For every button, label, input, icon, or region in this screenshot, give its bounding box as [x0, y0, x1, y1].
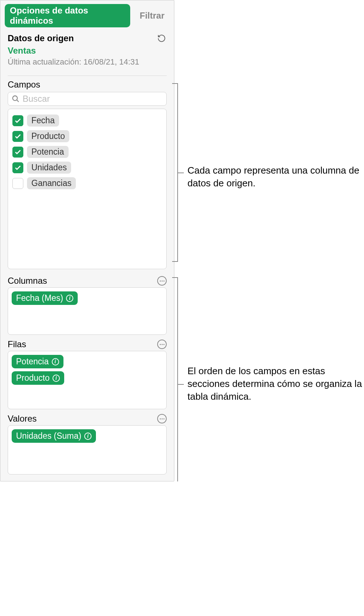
pill-unidades-suma[interactable]: Unidades (Suma) i	[12, 429, 96, 443]
field-checkbox[interactable]	[12, 115, 23, 126]
more-icon[interactable]	[157, 340, 167, 349]
field-chip[interactable]: Ganancias	[27, 177, 76, 189]
fields-label: Campos	[8, 80, 167, 90]
field-item[interactable]: Unidades	[12, 160, 163, 175]
info-icon[interactable]: i	[84, 433, 92, 440]
field-chip[interactable]: Fecha	[27, 115, 59, 127]
values-zone: Valores Unidades (Suma) i	[0, 411, 174, 481]
pivot-options-panel: Opciones de datos dinámicos Filtrar Dato…	[0, 0, 174, 481]
pill-label: Unidades (Suma)	[16, 431, 81, 441]
source-data-name[interactable]: Ventas	[8, 46, 167, 56]
pill-label: Producto	[16, 373, 50, 383]
bracket-icon	[177, 277, 178, 481]
rows-zone: Filas Potencia i Producto i	[0, 336, 174, 411]
field-checkbox[interactable]	[12, 178, 23, 189]
bracket-icon	[177, 83, 178, 262]
field-item[interactable]: Producto	[12, 128, 163, 144]
columns-zone: Columnas Fecha (Mes) i	[0, 273, 174, 336]
field-checkbox[interactable]	[12, 162, 23, 173]
info-icon[interactable]: i	[53, 375, 60, 382]
search-input[interactable]	[23, 94, 163, 104]
rows-dropzone[interactable]: Potencia i Producto i	[8, 351, 167, 409]
field-item[interactable]: Potencia	[12, 144, 163, 160]
field-checkbox[interactable]	[12, 131, 23, 142]
fields-section: Campos Fecha	[0, 76, 174, 273]
callout-zones: El orden de los campos en estas seccione…	[187, 365, 363, 403]
tab-pivot-options[interactable]: Opciones de datos dinámicos	[5, 4, 130, 27]
svg-line-1	[17, 100, 19, 102]
values-dropzone[interactable]: Unidades (Suma) i	[8, 425, 167, 474]
search-icon	[12, 95, 20, 103]
tab-filter[interactable]: Filtrar	[135, 9, 170, 22]
pill-fecha-mes[interactable]: Fecha (Mes) i	[12, 291, 78, 305]
pill-label: Potencia	[16, 357, 49, 367]
more-icon[interactable]	[157, 414, 167, 423]
field-chip[interactable]: Unidades	[27, 162, 71, 174]
info-icon[interactable]: i	[52, 358, 59, 365]
source-data-section: Datos de origen Ventas Última actualizac…	[0, 30, 174, 70]
field-list: Fecha Producto Potencia	[8, 109, 167, 269]
field-item[interactable]: Fecha	[12, 113, 163, 128]
pill-potencia[interactable]: Potencia i	[12, 355, 63, 368]
refresh-icon[interactable]	[156, 33, 167, 43]
source-data-title: Datos de origen	[8, 33, 74, 43]
field-checkbox[interactable]	[12, 147, 23, 158]
search-box[interactable]	[8, 92, 167, 106]
field-item[interactable]: Ganancias	[12, 175, 163, 191]
rows-label: Filas	[8, 339, 26, 349]
tab-bar: Opciones de datos dinámicos Filtrar	[0, 0, 174, 30]
values-label: Valores	[8, 414, 37, 424]
callout-fields: Cada campo representa una columna de dat…	[187, 164, 363, 190]
columns-dropzone[interactable]: Fecha (Mes) i	[8, 287, 167, 335]
info-icon[interactable]: i	[66, 295, 73, 302]
field-chip[interactable]: Producto	[27, 130, 69, 142]
field-chip[interactable]: Potencia	[27, 146, 69, 158]
more-icon[interactable]	[157, 276, 167, 286]
last-update-text: Última actualización: 16/08/21, 14:31	[8, 57, 167, 67]
svg-point-0	[13, 96, 18, 101]
columns-label: Columnas	[8, 276, 47, 286]
pill-producto[interactable]: Producto i	[12, 371, 64, 385]
pill-label: Fecha (Mes)	[16, 293, 63, 303]
